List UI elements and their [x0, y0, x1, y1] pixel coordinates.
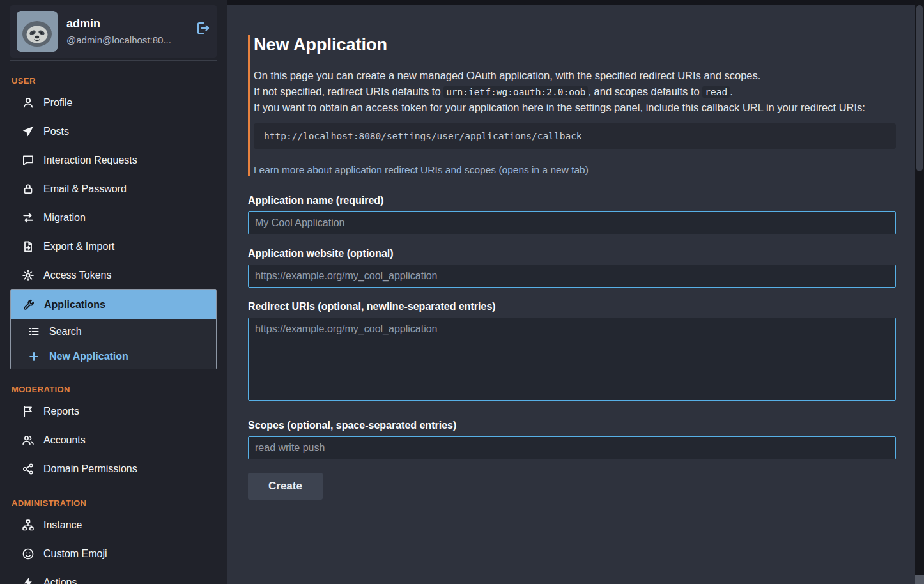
vertical-scrollbar-track[interactable] — [915, 0, 924, 584]
redirect-uris-field-group: Redirect URIs (optional, newline-separat… — [248, 301, 896, 401]
applications-submenu: Search New Application — [11, 319, 216, 369]
list-icon — [27, 325, 40, 338]
vertical-scrollbar-thumb[interactable] — [916, 5, 923, 171]
sitemap-icon — [22, 519, 35, 532]
sidebar-item-label: Search — [49, 324, 82, 339]
scopes-input[interactable] — [248, 436, 896, 459]
redirect-uris-label: Redirect URIs (optional, newline-separat… — [248, 301, 896, 312]
paper-plane-icon — [22, 125, 35, 138]
settings-panel: New Application On this page you can cre… — [227, 5, 915, 584]
sidebar-item-interaction-requests[interactable]: Interaction Requests — [10, 146, 217, 174]
sidebar-item-profile[interactable]: Profile — [10, 88, 217, 117]
applications-group: Applications Search New Application — [10, 289, 217, 369]
sidebar-item-label: Actions — [43, 575, 77, 584]
user-card: admin @admin@localhost:80... — [10, 5, 217, 58]
username: admin — [66, 17, 210, 31]
sidebar-item-export-import[interactable]: Export & Import — [10, 232, 217, 261]
sidebar-item-posts[interactable]: Posts — [10, 117, 217, 146]
sidebar-item-email-password[interactable]: Email & Password — [10, 174, 217, 203]
section-header-administration: ADMINISTRATION — [12, 498, 227, 508]
sidebar-item-label: Reports — [43, 404, 79, 419]
user-icon — [22, 96, 35, 109]
section-header-moderation: MODERATION — [12, 385, 227, 394]
sidebar-item-accounts[interactable]: Accounts — [10, 426, 217, 454]
intro-line-2: If not specified, redirect URIs defaults… — [254, 84, 896, 100]
docs-link[interactable]: Learn more about application redirect UR… — [254, 164, 589, 176]
sidebar-item-label: Profile — [43, 95, 72, 110]
user-handle: @admin@localhost:80... — [66, 35, 210, 45]
sidebar-item-label: Custom Emoji — [43, 546, 107, 561]
sidebar-item-label: Email & Password — [43, 181, 127, 196]
sidebar-item-access-tokens[interactable]: Access Tokens — [10, 261, 217, 289]
user-info: admin @admin@localhost:80... — [66, 17, 210, 45]
application-name-label: Application name (required) — [248, 195, 896, 206]
bolt-icon — [22, 576, 35, 584]
create-button[interactable]: Create — [248, 473, 323, 500]
callback-url-code-block: http://localhost:8080/settings/user/appl… — [254, 123, 896, 149]
sidebar-item-search[interactable]: Search — [11, 319, 216, 344]
application-name-field-group: Application name (required) — [248, 195, 896, 234]
sidebar-item-applications[interactable]: Applications — [11, 290, 216, 319]
scopes-field-group: Scopes (optional, space-separated entrie… — [248, 420, 896, 459]
sidebar-item-label: Instance — [43, 518, 82, 532]
sidebar-item-label: Applications — [44, 297, 105, 312]
divider — [10, 60, 217, 61]
redirect-uris-textarea[interactable] — [248, 318, 896, 401]
section-header-user: USER — [12, 76, 227, 86]
sidebar-item-actions[interactable]: Actions — [10, 568, 217, 584]
sidebar: admin @admin@localhost:80... USER Profil… — [0, 0, 227, 584]
sidebar-item-label: Access Tokens — [43, 268, 111, 282]
sidebar-item-instance[interactable]: Instance — [10, 511, 217, 539]
smiley-icon — [22, 548, 35, 560]
comment-icon — [22, 154, 35, 167]
intro-text: On this page you can create a new manage… — [254, 68, 896, 116]
scrollbar-corner — [915, 575, 924, 584]
sidebar-item-label: Posts — [43, 124, 69, 139]
avatar — [17, 11, 58, 52]
sidebar-item-domain-permissions[interactable]: Domain Permissions — [10, 454, 217, 483]
scopes-label: Scopes (optional, space-separated entrie… — [248, 420, 896, 431]
sidebar-item-migration[interactable]: Migration — [10, 203, 217, 232]
flag-icon — [22, 405, 35, 418]
share-nodes-icon — [22, 463, 35, 475]
new-application-form: Application name (required) Application … — [248, 195, 896, 500]
sidebar-item-label: New Application — [49, 349, 128, 364]
sidebar-item-label: Interaction Requests — [43, 153, 137, 167]
users-icon — [22, 434, 35, 447]
page-title: New Application — [254, 35, 896, 55]
application-website-field-group: Application website (optional) — [248, 248, 896, 288]
plus-icon — [27, 350, 40, 363]
sidebar-item-label: Accounts — [43, 433, 86, 447]
sidebar-item-label: Export & Import — [43, 239, 114, 254]
inline-code-read: read — [702, 86, 730, 98]
application-website-input[interactable] — [248, 265, 896, 288]
intro-line-3: If you want to obtain an access token fo… — [254, 100, 896, 116]
logout-icon[interactable] — [195, 20, 210, 36]
intro-line-1: On this page you can create a new manage… — [254, 68, 896, 84]
gear-icon — [22, 269, 35, 282]
transfer-arrows-icon — [22, 211, 35, 224]
sidebar-item-custom-emoji[interactable]: Custom Emoji — [10, 539, 217, 568]
sidebar-item-reports[interactable]: Reports — [10, 397, 217, 426]
file-export-icon — [22, 240, 35, 253]
application-website-label: Application website (optional) — [248, 248, 896, 259]
wrench-icon — [22, 298, 35, 311]
sidebar-item-new-application[interactable]: New Application — [11, 344, 216, 369]
sidebar-item-label: Domain Permissions — [43, 461, 137, 476]
application-name-input[interactable] — [248, 211, 896, 234]
lock-icon — [22, 183, 35, 196]
page-header: New Application On this page you can cre… — [248, 35, 896, 176]
sidebar-item-label: Migration — [43, 210, 86, 225]
inline-code-oob: urn:ietf:wg:oauth:2.0:oob — [443, 86, 588, 98]
